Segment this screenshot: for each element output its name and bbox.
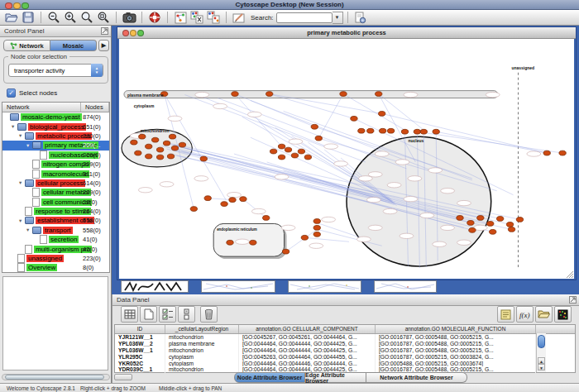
network-node[interactable] bbox=[387, 128, 394, 133]
tab-overflow-arrow[interactable]: ▶ bbox=[98, 40, 109, 51]
tab-edge-attribute-browser[interactable]: Edge Attribute Browser bbox=[305, 372, 366, 383]
network-node[interactable] bbox=[169, 134, 175, 139]
network-node[interactable] bbox=[358, 128, 365, 133]
network-node[interactable] bbox=[221, 202, 227, 207]
table-column-header[interactable]: _cellularLayoutRegion bbox=[165, 325, 239, 333]
network-node[interactable] bbox=[477, 216, 484, 221]
close-window-button[interactable] bbox=[5, 2, 12, 10]
zoom-selected-region-icon[interactable] bbox=[79, 11, 94, 24]
network-node[interactable] bbox=[433, 129, 439, 134]
network-node[interactable] bbox=[163, 141, 170, 146]
table-column-header[interactable]: annotation.GO MOLECULAR_FUNCTION bbox=[376, 325, 536, 333]
table-vscrollbar[interactable]: ▲ ▼ bbox=[536, 333, 546, 372]
network-node[interactable] bbox=[156, 155, 163, 160]
tree-row[interactable]: unassigned223(0) bbox=[2, 254, 109, 263]
table-row[interactable]: YKR052Ccytoplasm[GO:0044464, GO:0044446,… bbox=[115, 361, 575, 367]
scroll-up-icon[interactable]: ▲ bbox=[538, 357, 545, 364]
tree-row[interactable]: ▾cellular process614(0) bbox=[2, 179, 109, 188]
network-node[interactable] bbox=[311, 124, 318, 129]
network-node[interactable] bbox=[490, 229, 496, 234]
zoom-fit-icon[interactable] bbox=[96, 11, 111, 24]
table-column-header[interactable]: ID bbox=[115, 325, 165, 333]
expander-icon[interactable]: ▾ bbox=[19, 132, 25, 139]
mosaic-overlay-b-icon[interactable] bbox=[206, 11, 221, 24]
table-hscrollbar-thumb[interactable] bbox=[114, 374, 132, 380]
save-session-icon[interactable] bbox=[21, 11, 36, 24]
network-node[interactable] bbox=[167, 154, 174, 159]
network-node[interactable] bbox=[240, 197, 246, 202]
tab-mosaic[interactable]: Mosaic bbox=[50, 40, 97, 51]
tree-row[interactable]: cell communicat22(0) bbox=[2, 198, 109, 207]
select-nodes-checkbox[interactable]: ✓ bbox=[7, 88, 16, 98]
network-node[interactable] bbox=[301, 235, 308, 240]
expander-icon[interactable]: ▾ bbox=[19, 179, 25, 186]
scroll-down-icon[interactable]: ▼ bbox=[538, 364, 545, 370]
network-node[interactable] bbox=[146, 144, 152, 149]
table-row[interactable]: YLR295Ccytoplasm[GO:0045263, GO:0044464,… bbox=[115, 354, 575, 361]
network-node[interactable] bbox=[508, 227, 514, 232]
mosaic-overlay-a-icon[interactable] bbox=[189, 11, 204, 24]
network-node[interactable] bbox=[263, 216, 270, 221]
network-node[interactable] bbox=[506, 222, 513, 227]
resize-grip-icon[interactable] bbox=[566, 270, 574, 279]
network-node[interactable] bbox=[227, 240, 233, 245]
network-node[interactable] bbox=[200, 156, 207, 161]
tree-row[interactable]: ▾metabolic process280(0) bbox=[2, 131, 109, 141]
table-row[interactable]: YPL036W__2plasma membrane[GO:0044464, GO… bbox=[115, 341, 575, 347]
float-panel-icon[interactable] bbox=[569, 296, 577, 304]
attribute-list-icon[interactable] bbox=[178, 306, 195, 323]
network-node[interactable] bbox=[278, 144, 285, 149]
expander-icon[interactable]: ▾ bbox=[12, 123, 17, 130]
search-dropdown-arrow[interactable]: ▼ bbox=[333, 12, 343, 24]
help-lifering-icon[interactable] bbox=[147, 11, 162, 24]
node-color-dropdown[interactable]: transporter activity ▲▼ bbox=[8, 64, 103, 77]
vscrollbar-thumb[interactable] bbox=[538, 335, 545, 348]
new-attribute-icon[interactable] bbox=[140, 306, 157, 323]
network-node[interactable] bbox=[351, 116, 357, 121]
tree-row[interactable]: ▾establishment of lo558(0) bbox=[2, 216, 109, 225]
network-node[interactable] bbox=[516, 218, 523, 222]
network-node[interactable] bbox=[367, 128, 374, 133]
table-column-header[interactable]: annotation.GO CELLULAR_COMPONENT bbox=[239, 325, 376, 333]
tree-row[interactable]: nitrogen compo209(0) bbox=[2, 160, 109, 169]
zoom-in-icon[interactable] bbox=[63, 11, 78, 24]
network-node[interactable] bbox=[135, 151, 141, 155]
matrix-view-icon[interactable] bbox=[554, 306, 572, 323]
network-node[interactable] bbox=[146, 154, 152, 159]
expander-icon[interactable]: ▾ bbox=[26, 227, 32, 233]
create-network-view-icon[interactable] bbox=[173, 11, 188, 24]
tree-column-network[interactable]: Network bbox=[2, 103, 81, 112]
network-node[interactable] bbox=[420, 129, 427, 134]
network-node[interactable] bbox=[401, 129, 408, 134]
network-node[interactable] bbox=[304, 155, 311, 160]
network-node[interactable] bbox=[232, 92, 238, 97]
network-node[interactable] bbox=[313, 226, 320, 231]
network-node[interactable] bbox=[229, 198, 236, 203]
table-row[interactable]: YJR121W__1mitochondrion[GO:0045267, GO:0… bbox=[115, 334, 575, 341]
annotation-icon[interactable] bbox=[232, 11, 246, 24]
network-node[interactable] bbox=[380, 128, 386, 133]
minimize-window-button[interactable] bbox=[13, 2, 21, 10]
open-session-icon[interactable] bbox=[4, 11, 19, 24]
network-node[interactable] bbox=[313, 232, 320, 237]
network-node[interactable] bbox=[266, 92, 273, 97]
network-node[interactable] bbox=[250, 240, 256, 245]
close-view-button[interactable] bbox=[122, 30, 129, 36]
network-node[interactable] bbox=[270, 149, 276, 154]
network-node[interactable] bbox=[298, 149, 304, 154]
table-row[interactable]: YPL036W__1mitochondrion[GO:0044464, GO:0… bbox=[115, 347, 575, 354]
network-node[interactable] bbox=[171, 146, 178, 151]
float-panel-icon[interactable] bbox=[101, 27, 108, 35]
network-node[interactable] bbox=[282, 249, 289, 254]
background-window-sliver[interactable] bbox=[121, 280, 189, 293]
network-node[interactable] bbox=[457, 216, 463, 221]
network-canvas[interactable]: plasma membranecytoplasmmitochondrionnuc… bbox=[119, 39, 574, 279]
export-image-camera-icon[interactable] bbox=[122, 11, 136, 24]
network-node[interactable] bbox=[379, 112, 385, 117]
network-node[interactable] bbox=[156, 147, 163, 152]
network-node[interactable] bbox=[204, 196, 211, 201]
network-node[interactable] bbox=[487, 222, 494, 227]
network-node[interactable] bbox=[414, 129, 420, 134]
network-node[interactable] bbox=[131, 140, 137, 145]
background-window-sliver[interactable] bbox=[288, 280, 361, 293]
